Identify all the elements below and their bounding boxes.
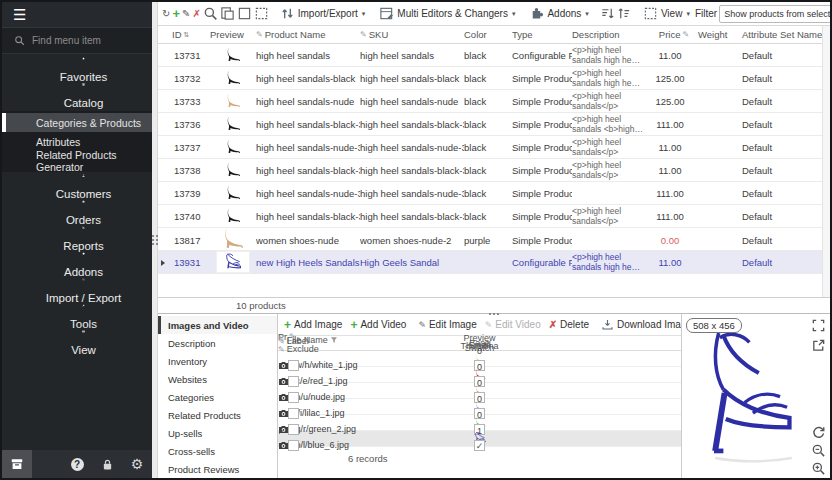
- sidebar-item-reports[interactable]: Reports: [2, 226, 152, 252]
- product-row[interactable]: 13732 high heel sandals-black high heel …: [158, 67, 822, 90]
- checkbox-select-button[interactable]: [237, 5, 252, 23]
- addons-menu[interactable]: Addons▾: [526, 6, 591, 21]
- puzzle-icon: [529, 6, 544, 21]
- store-button[interactable]: [2, 450, 32, 478]
- filter-label: Filter: [695, 8, 717, 19]
- open-external-icon[interactable]: [811, 338, 826, 353]
- copy-button[interactable]: [220, 5, 235, 23]
- col-color[interactable]: Color: [464, 29, 512, 40]
- col-price[interactable]: Price✎: [650, 29, 698, 40]
- sidebar-item-categories-products[interactable]: Categories & Products: [2, 113, 152, 132]
- sidebar-item-orders[interactable]: Orders: [2, 200, 152, 226]
- product-row[interactable]: 13740 high heel sandals-black-38 high he…: [158, 205, 822, 228]
- cell-preview: [210, 207, 256, 225]
- tab-related-products[interactable]: Related Products: [158, 406, 277, 424]
- lock-icon: [101, 458, 114, 471]
- cell-color: black: [464, 50, 512, 61]
- product-row[interactable]: 13931 new High Heels Sandals High Geels …: [158, 251, 822, 274]
- view-icon: [643, 6, 658, 21]
- col-type[interactable]: Type: [512, 29, 572, 40]
- sort-az-button[interactable]: [600, 5, 615, 23]
- add-image-button[interactable]: +Add Image: [281, 318, 345, 332]
- product-row[interactable]: 13817 women shoes-nude women shoes-nude-…: [158, 228, 822, 251]
- cell-attribute-set: Default: [742, 142, 822, 153]
- sidebar-item-customers[interactable]: Customers: [2, 174, 152, 200]
- tab-images-and-video[interactable]: Images and Video: [158, 316, 277, 334]
- product-row[interactable]: 13737 high heel sandals-nude-36 high hee…: [158, 136, 822, 159]
- col-description[interactable]: Description: [572, 29, 650, 40]
- help-button[interactable]: ?: [62, 458, 92, 471]
- cell-id: 13740: [172, 211, 210, 222]
- sidebar-item-catalog[interactable]: Catalog: [2, 83, 152, 109]
- product-row[interactable]: 13733 high heel sandals-nude high heel s…: [158, 90, 822, 113]
- cell-sku: high heel sandals-black-36: [360, 119, 464, 130]
- add-video-button[interactable]: +Add Video: [347, 318, 409, 332]
- fit-screen-icon[interactable]: [811, 318, 826, 333]
- refresh-button[interactable]: ↻: [162, 5, 170, 23]
- image-size-badge: 508 x 456: [686, 318, 742, 333]
- horizontal-splitter-grip-icon[interactable]: [489, 313, 499, 315]
- edit-image-button[interactable]: ✎Edit Image: [415, 319, 479, 330]
- product-row[interactable]: 13731 high heel sandals high heel sandal…: [158, 44, 822, 67]
- menu-search-input[interactable]: [32, 35, 132, 46]
- col-sku[interactable]: ✎SKU: [360, 29, 464, 40]
- edit-video-button[interactable]: ✎Edit Video: [482, 319, 544, 330]
- tab-product-reviews[interactable]: Product Reviews: [158, 460, 277, 478]
- multi-editors-menu[interactable]: Multi Editors & Changers▾: [376, 6, 518, 21]
- levels-button[interactable]: [617, 5, 632, 23]
- cell-preview: [210, 115, 256, 133]
- download-image-button[interactable]: Download Image: [598, 318, 681, 331]
- add-product-button[interactable]: +: [172, 5, 180, 23]
- edit-product-button[interactable]: ✎: [182, 5, 190, 23]
- plus-icon: +: [284, 318, 291, 332]
- tab-up-sells[interactable]: Up-sells: [158, 424, 277, 442]
- x-icon: ✗: [549, 319, 557, 330]
- search-button[interactable]: [203, 5, 218, 23]
- pencil-icon: ✎: [682, 30, 689, 39]
- delete-image-button[interactable]: ✗Delete: [546, 319, 592, 330]
- settings-button[interactable]: ⚙: [122, 456, 152, 472]
- sidebar-item-tools[interactable]: Tools: [2, 304, 152, 330]
- tab-description[interactable]: Description: [158, 334, 277, 352]
- tab-inventory[interactable]: Inventory: [158, 352, 277, 370]
- category-filter-select[interactable]: Show products from selected categories▾: [719, 5, 832, 23]
- view-menu[interactable]: View▾: [640, 6, 693, 21]
- hamburger-menu-icon[interactable]: ☰: [13, 6, 26, 24]
- sidebar-item-favorites[interactable]: Favorites: [2, 57, 152, 83]
- product-row[interactable]: 13738 high heel sandals-black-37 high he…: [158, 159, 822, 182]
- sidebar-item-import-export[interactable]: Import / Export: [2, 278, 152, 304]
- zoom-out-icon[interactable]: [811, 443, 826, 458]
- import-export-menu[interactable]: Import/Export▾: [277, 6, 369, 21]
- sidebar-item-addons[interactable]: Addons: [2, 252, 152, 278]
- col-product-name[interactable]: ✎Product Name: [256, 29, 360, 40]
- puzzle-icon: [77, 252, 90, 255]
- product-row[interactable]: 13739 high heel sandals-nude-37 high hee…: [158, 182, 822, 205]
- selection-mode-button[interactable]: [254, 5, 269, 23]
- image-row[interactable]: 1 /b/l/blue_6.jpg: [278, 431, 681, 447]
- sidebar-header: ☰: [2, 2, 152, 28]
- cell-color: black: [464, 188, 512, 199]
- impexp-icon: [77, 278, 90, 281]
- col-weight[interactable]: Weight: [698, 29, 742, 40]
- sidebar-item-related-products-generator[interactable]: Related Products Generator: [2, 151, 152, 170]
- search-icon: [14, 35, 25, 46]
- col-attribute-set[interactable]: Attribute Set Name: [742, 29, 822, 40]
- cell-product-name: high heel sandals-black-38: [256, 211, 360, 222]
- sidebar-item-view[interactable]: View: [2, 330, 152, 356]
- delete-product-button[interactable]: ✗: [192, 5, 200, 23]
- cell-preview: [210, 138, 256, 156]
- pencil-icon: ✎: [360, 30, 367, 39]
- zoom-in-icon[interactable]: [811, 461, 826, 476]
- tab-categories[interactable]: Categories: [158, 388, 277, 406]
- grid-scrollbar[interactable]: [822, 26, 830, 297]
- rotate-icon[interactable]: [811, 425, 826, 440]
- tab-websites[interactable]: Websites: [158, 370, 277, 388]
- pencil-icon: ✎: [256, 30, 263, 39]
- cell-id: 13931: [172, 257, 210, 268]
- shoe-thumbnail-icon: [224, 92, 242, 110]
- col-preview[interactable]: Preview: [210, 29, 256, 40]
- lock-button[interactable]: [92, 458, 122, 471]
- col-id[interactable]: ID⇅: [172, 29, 210, 40]
- product-row[interactable]: 13736 high heel sandals-black-36 high he…: [158, 113, 822, 136]
- tab-cross-sells[interactable]: Cross-sells: [158, 442, 277, 460]
